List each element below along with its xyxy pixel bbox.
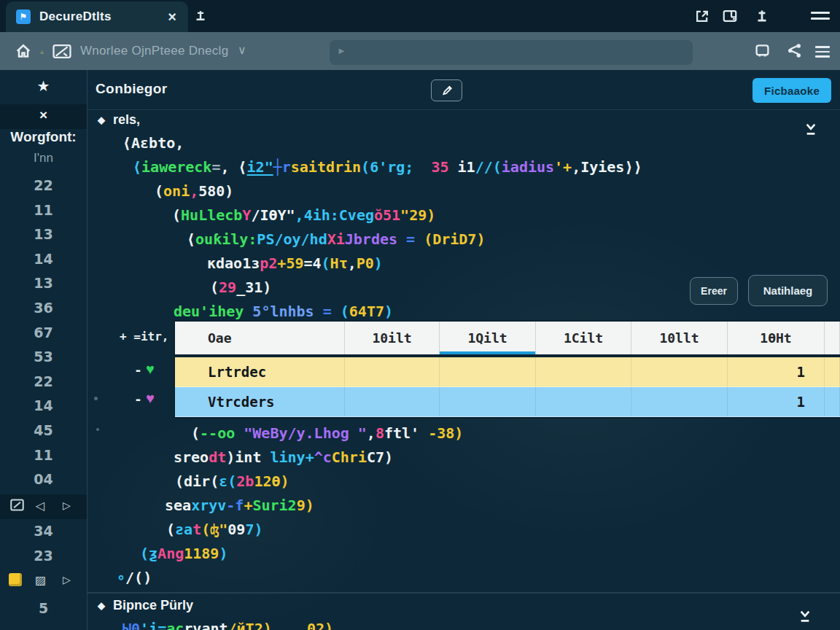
table-cell: [345, 357, 440, 386]
code-line: (HuLlecbY/IƟY",4ih:Cvegŏ51"29): [172, 203, 642, 228]
code-line: (ƺAng1189): [140, 542, 463, 566]
gutter-sign[interactable]: -: [134, 392, 142, 407]
browser-toolbar: ► ▲ Wnorlee OjnPteee Dneclg ∨: [0, 32, 840, 70]
code-block: (--oo "WeBy/y.Lhog ",8ftl' -38)sreodt)in…: [99, 421, 463, 590]
line-number: 14: [0, 394, 87, 419]
table-cell: 1: [728, 387, 825, 416]
row-name-cell: Lrtrdec: [175, 357, 345, 386]
pin-icon[interactable]: [754, 8, 770, 24]
code-line: seaxryv-f+Suri29): [165, 494, 463, 518]
code-line: ⟨ouƙily:PS/oy/hdXiJbrdes = (DriD7): [187, 228, 642, 252]
line-number: 45: [0, 419, 87, 443]
gutter-dot: [94, 397, 98, 400]
code-line: ∘/(): [117, 566, 463, 590]
sidebar-label: Worgfont:: [0, 129, 87, 145]
column-header[interactable]: Oae: [175, 322, 345, 354]
column-header[interactable]: 1ƟHt: [728, 322, 825, 354]
table-cell: [345, 387, 440, 416]
code-line: (oni,580): [155, 179, 642, 203]
line-number: 04: [0, 467, 87, 492]
line-number: 11: [0, 443, 87, 468]
split-window-icon[interactable]: [722, 8, 738, 24]
browser-tab-bar: ⚑ DecureDtlts ×: [0, 0, 840, 32]
column-header[interactable]: 1Cilt: [536, 322, 631, 354]
line-number: 13: [0, 222, 87, 247]
star-icon[interactable]: ★: [0, 77, 87, 95]
chevron-down-icon[interactable]: ∨: [238, 43, 246, 57]
line-number-column: 22111314133667532214451104: [0, 174, 87, 492]
code-line: кdao1зp2+59=4(Hτ,P0): [207, 252, 642, 276]
address-bar[interactable]: [330, 40, 693, 65]
hamburger-menu-icon[interactable]: [815, 46, 830, 58]
feedback-button[interactable]: Ficbaaoke: [752, 78, 831, 103]
line-number: 67: [0, 321, 87, 346]
home-icon[interactable]: [15, 42, 32, 60]
tab-close-icon[interactable]: ×: [168, 9, 176, 24]
reading-list-icon[interactable]: [754, 42, 771, 59]
line-number: 5: [0, 596, 87, 621]
right-triangle-icon[interactable]: ▷: [63, 499, 71, 511]
tab-title: DecureDtlts: [39, 9, 112, 24]
heart-icon[interactable]: ♥: [146, 361, 155, 378]
line-number: 22: [0, 370, 87, 394]
code-line: Ы0'i=acrvant/йT2) 02): [122, 617, 333, 630]
section-header: ◆ Bipnce Pürly: [98, 598, 193, 613]
line-number: 13: [0, 271, 87, 296]
table-header-row: Oae10ilt1Qilt1Cilt10llt1ƟHt: [175, 322, 840, 357]
section-header: ◆ rels,: [98, 112, 140, 128]
section-title: Bipnce Pürly: [113, 598, 193, 613]
table-cell: [536, 357, 631, 386]
address-text[interactable]: Wnorlee OjnPteee Dneclg: [80, 44, 228, 58]
collapse-icon[interactable]: [796, 607, 814, 624]
table-cell: [536, 387, 631, 416]
column-header[interactable]: 10llt: [631, 322, 728, 354]
image-frame-icon[interactable]: [10, 499, 24, 511]
crossed-arrows-icon[interactable]: ×: [0, 107, 87, 123]
code-block: ⟨Aεbto,⟨iawereck=, ⟨i2"┼rsaitdrin(6'rg; …: [99, 131, 642, 324]
table-cell-filler: [825, 357, 840, 386]
table-gutter-header: + =itr,: [120, 330, 168, 343]
line-number-column: 3423: [0, 519, 87, 568]
table-cell: 1: [728, 357, 825, 386]
code-line: sreodt)int liny+^cChriC7): [174, 446, 463, 470]
code-line: (--oo "WeBy/y.Lhog ",8ftl' -38): [191, 421, 463, 446]
table-row[interactable]: Lrtrdec1: [175, 357, 840, 387]
nothing-button[interactable]: Natihlaeg: [748, 275, 828, 306]
code-line: ⟨iawereck=, ⟨i2"┼rsaitdrin(6'rg; 35 i1//…: [133, 155, 642, 179]
code-line: (29_31): [210, 276, 642, 300]
table-cell: [631, 357, 728, 386]
left-triangle-icon[interactable]: ◁: [36, 499, 44, 513]
sidebar: ★ × Worgfont: I'nn 221113141336675322144…: [0, 70, 88, 630]
code-block: Ы0'i=acrvant/йT2) 02): [99, 617, 333, 630]
sidebar-sublabel: I'nn: [0, 151, 87, 166]
new-tab-icon[interactable]: [192, 8, 209, 24]
right-triangle-icon[interactable]: ▷: [63, 574, 71, 586]
diamond-icon: ◆: [98, 600, 105, 611]
table-cell-filler: [825, 387, 840, 416]
open-in-new-icon[interactable]: [694, 8, 710, 24]
line-number: 11: [0, 198, 87, 223]
table-body: Lrtrdec1Vtrcders1: [175, 357, 840, 417]
table-cell: [440, 387, 536, 416]
menu-lines-icon[interactable]: [811, 12, 830, 20]
collapse-icon[interactable]: [802, 120, 820, 137]
heart-icon[interactable]: ♥: [146, 390, 155, 407]
create-button[interactable]: Ereer: [690, 277, 738, 305]
sticky-note-icon[interactable]: [9, 573, 22, 586]
column-header[interactable]: 1Qilt: [440, 322, 536, 354]
share-icon[interactable]: [786, 42, 803, 59]
line-number: 14: [0, 247, 87, 272]
image-icon[interactable]: [52, 44, 71, 59]
code-line: ⟨Aεbto,: [122, 131, 642, 155]
data-table: Oae10ilt1Qilt1Cilt10llt1ƟHt Lrtrdec1Vtrc…: [175, 322, 840, 417]
browser-tab[interactable]: ⚑ DecureDtlts ×: [6, 1, 188, 32]
table-row[interactable]: Vtrcders1: [175, 387, 840, 417]
row-name-cell: Vtrcders: [175, 387, 345, 416]
column-header-filler: [825, 322, 840, 354]
edit-button[interactable]: [431, 79, 462, 101]
gutter-sign[interactable]: -: [134, 362, 142, 378]
hatched-square-icon[interactable]: ▨: [35, 573, 46, 587]
page-title: Conbiegor: [96, 81, 168, 97]
column-header[interactable]: 10ilt: [345, 322, 440, 354]
cursor-arrow-icon: ►: [337, 45, 346, 56]
